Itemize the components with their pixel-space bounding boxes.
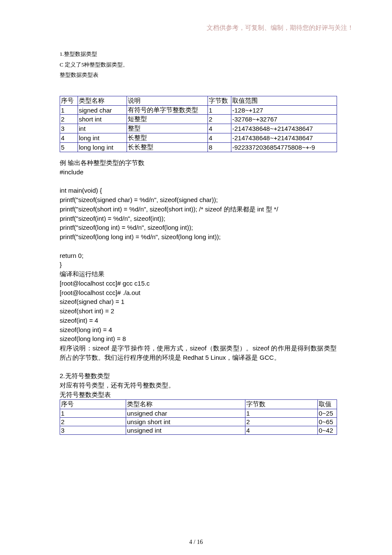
cell: int (78, 124, 127, 133)
unsigned-types-table: 序号 类型名称 字节数 取值 1 unsigned char 1 0~25 2 … (60, 399, 337, 435)
th-range: 取值范围 (231, 96, 337, 106)
th-type: 类型名称 (78, 96, 127, 106)
cell: 3 (60, 426, 126, 434)
cell: 0~25 (318, 409, 337, 417)
cell: 8 (208, 143, 231, 152)
explanation: 程序说明：sizeof 是字节操作符，使用方式，sizeof（数据类型）。siz… (60, 344, 337, 362)
code-line: printf("sizeof(short int) = %d/n", sizeo… (60, 205, 337, 214)
cell: long int (78, 133, 127, 143)
cell: 2 (245, 417, 318, 426)
cell: -2147438648~+2147438647 (231, 133, 337, 143)
cell: 0~42 (318, 426, 337, 434)
cell: 2 (208, 115, 231, 124)
header-note: 文档供参考，可复制、编制，期待您的好评与关注！ (60, 24, 366, 32)
code-line: printf("sizeof(long int) = %d/n", sizeof… (60, 223, 337, 232)
table-row: 2 unsign short int 2 0~65 (60, 417, 337, 426)
cell: long long int (78, 143, 127, 152)
result-line: sizeof(long int) = 4 (60, 325, 337, 335)
cell: 1 (245, 409, 318, 417)
cell: -128~+127 (231, 106, 337, 115)
cell: 1 (60, 106, 78, 115)
th-type: 类型名称 (126, 399, 245, 409)
cell: 4 (245, 426, 318, 434)
result-line: [root@localhost ccc]# gcc c15.c (60, 279, 337, 288)
th-seq: 序号 (60, 96, 78, 106)
integer-types-table: 序号 类型名称 说明 字节数 取值范围 1 signed char 有符号的单字… (60, 96, 337, 152)
cell: 2 (60, 115, 78, 124)
table-header-row: 序号 类型名称 说明 字节数 取值范围 (60, 96, 337, 106)
intro-line-3: 整型数据类型表 (60, 70, 366, 81)
th-bytes: 字节数 (245, 399, 318, 409)
result-line: sizeof(long long int) = 8 (60, 334, 337, 344)
cell: 4 (208, 124, 231, 133)
code-line: return 0; (60, 251, 337, 260)
table-row: 3 unsigned int 4 0~42 (60, 426, 337, 434)
cell: short int (78, 115, 127, 124)
cell: -9223372036854775808~+-9 (231, 143, 337, 152)
code-line: printf("sizeof(long long int) = %d/n", s… (60, 232, 337, 242)
cell: -32768~+32767 (231, 115, 337, 124)
cell: 短整型 (127, 115, 208, 124)
cell: 2 (60, 417, 126, 426)
table-header-row: 序号 类型名称 字节数 取值 (60, 399, 337, 409)
result-line: [root@localhost ccc]# ./a.out (60, 288, 337, 298)
cell: unsigned int (126, 426, 245, 434)
code-line: #include (60, 168, 337, 177)
cell: 长整型 (127, 133, 208, 143)
cell: unsign short int (126, 417, 245, 426)
code-block: 例 输出各种整型类型的字节数 #include int main(void) {… (60, 158, 337, 399)
result-line: sizeof(int) = 4 (60, 316, 337, 325)
result-line: sizeof(short int) = 2 (60, 306, 337, 316)
code-line: printf("sizeof(int) = %d/n", sizeof(int)… (60, 214, 337, 223)
intro-line-1: 1.整型数据类型 (60, 49, 366, 60)
cell: 5 (60, 143, 78, 152)
cell: 4 (60, 133, 78, 143)
cell: 1 (208, 106, 231, 115)
cell: 4 (208, 133, 231, 143)
table-row: 4 long int 长整型 4 -2147438648~+2147438647 (60, 133, 337, 143)
section2-line: 无符号整数类型表 (60, 390, 337, 399)
cell: 1 (60, 409, 126, 417)
intro-block: 1.整型数据类型 C 定义了5种整型数据类型。 整型数据类型表 (60, 49, 366, 81)
cell: 长长整型 (127, 143, 208, 152)
cell: unsigned char (126, 409, 245, 417)
cell: 0~65 (318, 417, 337, 426)
code-line: 例 输出各种整型类型的字节数 (60, 158, 337, 168)
cell: signed char (78, 106, 127, 115)
section2-line: 2.无符号整数类型 (60, 371, 337, 381)
table-row: 1 unsigned char 1 0~25 (60, 409, 337, 417)
table-row: 1 signed char 有符号的单字节整数类型 1 -128~+127 (60, 106, 337, 115)
cell: -2147438648~+2147438647 (231, 124, 337, 133)
result-line: sizeof(signed char) = 1 (60, 297, 337, 306)
table-row: 2 short int 短整型 2 -32768~+32767 (60, 115, 337, 124)
code-line: printf("sizeof(signed char) = %d/n", siz… (60, 195, 337, 205)
th-range: 取值 (318, 399, 337, 409)
cell: 3 (60, 124, 78, 133)
cell: 有符号的单字节整数类型 (127, 106, 208, 115)
section2-line: 对应有符号类型，还有无符号整数类型。 (60, 381, 337, 390)
cell: 整型 (127, 124, 208, 133)
th-seq: 序号 (60, 399, 126, 409)
page-number: 4 / 16 (0, 539, 392, 546)
th-bytes: 字节数 (208, 96, 231, 106)
code-line: } (60, 260, 337, 269)
result-line: 编译和运行结果 (60, 269, 337, 279)
th-desc: 说明 (127, 96, 208, 106)
intro-line-2: C 定义了5种整型数据类型。 (60, 60, 366, 70)
table-row: 3 int 整型 4 -2147438648~+2147438647 (60, 124, 337, 133)
code-line: int main(void) { (60, 186, 337, 195)
table-row: 5 long long int 长长整型 8 -9223372036854775… (60, 143, 337, 152)
